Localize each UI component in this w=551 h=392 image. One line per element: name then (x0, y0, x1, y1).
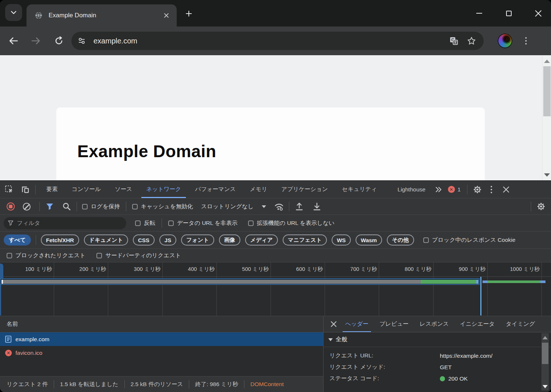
chip-document[interactable]: ドキュメント (84, 234, 128, 246)
network-settings-button[interactable] (535, 201, 547, 212)
chip-wasm[interactable]: Wasm (356, 234, 382, 246)
divider (467, 185, 467, 194)
invert-checkbox[interactable]: 反転 (135, 219, 155, 227)
scrollbar-thumb[interactable] (543, 66, 551, 116)
browser-tab[interactable]: Example Domain (27, 4, 177, 27)
throttling-select[interactable]: スロットリングなし (201, 203, 266, 211)
timeline-tick: 600 ミリ秒 (296, 266, 323, 273)
blocked-cookies-checkbox[interactable]: ブロック中のレスポンス Cookie (423, 236, 516, 244)
tab-network[interactable]: ネットワーク (139, 181, 188, 198)
chip-media[interactable]: メディア (245, 234, 278, 246)
divider (531, 202, 531, 211)
device-toolbar-button[interactable] (19, 184, 32, 195)
wifi-gear-icon (274, 202, 284, 211)
chip-manifest[interactable]: マニフェスト (283, 234, 327, 246)
close-window-button[interactable] (532, 7, 544, 20)
domcontentloaded-marker (480, 277, 481, 315)
details-tab-headers[interactable]: ヘッダー (340, 316, 374, 332)
record-button[interactable] (7, 202, 15, 211)
device-icon (21, 185, 30, 194)
field-status-code: ステータス コード: 200 OK (324, 373, 551, 384)
tab-security[interactable]: セキュリティ (335, 181, 384, 198)
tab-console[interactable]: コンソール (65, 181, 108, 198)
third-party-requests-checkbox[interactable]: サードパーティのリクエスト (96, 252, 181, 259)
network-conditions-button[interactable] (273, 201, 285, 212)
hide-extension-urls-checkbox[interactable]: 拡張機能の URL を表示しない (248, 219, 335, 227)
import-har-button[interactable] (293, 201, 305, 212)
details-close-button[interactable] (327, 318, 340, 331)
timeline-tick: 400 ミリ秒 (188, 266, 215, 273)
scroll-up-arrow[interactable] (543, 336, 548, 339)
minimize-button[interactable] (473, 7, 485, 20)
chip-font[interactable]: フォント (181, 234, 214, 246)
network-overview-timeline[interactable]: 100 ミリ秒 200 ミリ秒 300 ミリ秒 400 ミリ秒 500 ミリ秒 … (0, 262, 551, 316)
bookmark-button[interactable] (465, 35, 478, 47)
url-text[interactable]: example.com (93, 37, 448, 45)
chip-css[interactable]: CSS (133, 234, 155, 246)
divider (126, 202, 126, 211)
request-type-filters: すべて Fetch/XHR ドキュメント CSS JS フォント 画像 メディア… (0, 232, 551, 249)
chip-image[interactable]: 画像 (219, 234, 240, 246)
scroll-down-arrow[interactable] (544, 173, 550, 177)
error-badge[interactable]: ✕ 1 (448, 186, 460, 193)
tab-lighthouse[interactable]: Lighthouse (391, 181, 432, 198)
close-icon (535, 10, 542, 17)
timeline-tick: 500 ミリ秒 (242, 266, 269, 273)
browser-menu-button[interactable] (520, 33, 531, 49)
waterfall-download-bar[interactable] (421, 280, 476, 284)
export-har-button[interactable] (311, 201, 323, 212)
maximize-button[interactable] (502, 7, 515, 20)
chip-fetch-xhr[interactable]: Fetch/XHR (41, 234, 79, 246)
tab-elements[interactable]: 要素 (39, 181, 65, 198)
devtools-menu-button[interactable] (486, 181, 497, 198)
details-tab-preview[interactable]: プレビュー (374, 316, 414, 332)
scrollbar-thumb[interactable] (542, 343, 548, 364)
plus-icon (186, 10, 192, 17)
profile-avatar[interactable] (498, 33, 512, 48)
page-scrollbar[interactable] (542, 55, 551, 180)
devtools-close-button[interactable] (500, 184, 512, 195)
hide-data-urls-checkbox[interactable]: データの URL を非表示 (168, 219, 238, 227)
waterfall-waiting-bar[interactable] (1, 280, 421, 284)
timeline-tick: 300 ミリ秒 (134, 266, 160, 273)
star-icon (467, 36, 476, 45)
details-tab-response[interactable]: レスポンス (414, 316, 454, 332)
favicon-download-bar[interactable] (487, 280, 540, 283)
divider (54, 380, 54, 388)
filter-toggle-button[interactable] (43, 201, 56, 212)
blocked-requests-checkbox[interactable]: ブロックされたリクエスト (7, 252, 85, 259)
disable-cache-checkbox[interactable]: キャッシュを無効化 (132, 203, 193, 211)
details-tab-timing[interactable]: タイミング (500, 316, 540, 332)
details-tab-initiator[interactable]: イニシエータ (454, 316, 500, 332)
devtools-settings-button[interactable] (471, 184, 484, 195)
general-section-header[interactable]: 全般 (324, 332, 551, 347)
scroll-down-arrow[interactable] (543, 385, 548, 388)
address-bar[interactable]: example.com G (71, 32, 484, 50)
reload-button[interactable] (51, 33, 67, 49)
site-info-button[interactable] (75, 34, 88, 47)
divider (39, 202, 40, 211)
new-tab-button[interactable] (183, 7, 195, 20)
tab-sources[interactable]: ソース (108, 181, 139, 198)
filter-input-wrap[interactable] (4, 217, 126, 229)
back-button[interactable] (5, 33, 21, 49)
translate-button[interactable]: G (448, 35, 460, 47)
chip-other[interactable]: その他 (387, 234, 414, 246)
more-tabs-button[interactable] (432, 184, 445, 195)
search-button[interactable] (60, 201, 73, 212)
tab-close-button[interactable] (161, 10, 172, 21)
details-scrollbar[interactable] (541, 333, 549, 391)
inspect-element-button[interactable] (3, 184, 15, 195)
preserve-log-checkbox[interactable]: ログを保持 (82, 203, 120, 211)
tab-memory[interactable]: メモリ (243, 181, 275, 198)
forward-button[interactable] (28, 33, 44, 49)
scroll-up-arrow[interactable] (544, 60, 550, 63)
chip-all[interactable]: すべて (4, 234, 31, 246)
chip-js[interactable]: JS (159, 234, 176, 246)
tab-search-button[interactable] (5, 4, 22, 21)
clear-button[interactable] (23, 203, 31, 211)
tab-application[interactable]: アプリケーション (274, 181, 335, 198)
tab-performance[interactable]: パフォーマンス (188, 181, 243, 198)
filter-input[interactable] (17, 220, 122, 226)
chip-ws[interactable]: WS (332, 234, 351, 246)
